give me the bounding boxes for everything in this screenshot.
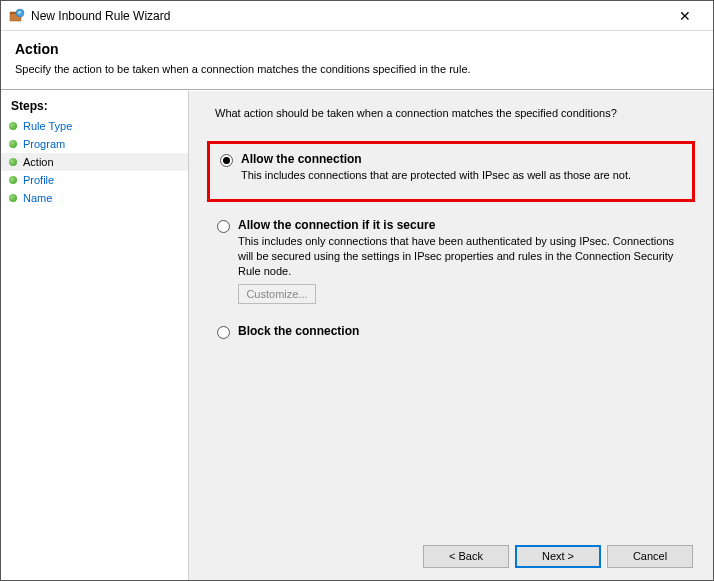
- app-icon: [9, 8, 25, 24]
- step-action[interactable]: Action: [1, 153, 188, 171]
- step-rule-type[interactable]: Rule Type: [1, 117, 188, 135]
- bullet-icon: [9, 176, 17, 184]
- steps-sidebar: Steps: Rule Type Program Action Profile …: [1, 91, 189, 580]
- wizard-header: Action Specify the action to be taken wh…: [1, 31, 713, 83]
- option-title: Allow the connection if it is secure: [238, 218, 685, 232]
- option-title: Block the connection: [238, 324, 685, 338]
- cancel-button[interactable]: Cancel: [607, 545, 693, 568]
- option-desc: This includes only connections that have…: [238, 234, 685, 279]
- step-program[interactable]: Program: [1, 135, 188, 153]
- question-text: What action should be taken when a conne…: [215, 107, 695, 119]
- radio-allow-secure[interactable]: [217, 220, 230, 233]
- back-button[interactable]: < Back: [423, 545, 509, 568]
- step-label: Profile: [23, 174, 54, 186]
- page-title: Action: [15, 41, 699, 57]
- wizard-buttons: < Back Next > Cancel: [207, 537, 695, 570]
- step-profile[interactable]: Profile: [1, 171, 188, 189]
- step-label: Action: [23, 156, 54, 168]
- steps-heading: Steps:: [1, 97, 188, 117]
- radio-block[interactable]: [217, 326, 230, 339]
- highlight-annotation: Allow the connection This includes conne…: [207, 141, 695, 202]
- bullet-icon: [9, 158, 17, 166]
- bullet-icon: [9, 194, 17, 202]
- page-description: Specify the action to be taken when a co…: [15, 63, 699, 75]
- step-name[interactable]: Name: [1, 189, 188, 207]
- radio-allow[interactable]: [220, 154, 233, 167]
- option-desc: This includes connections that are prote…: [241, 168, 682, 183]
- next-button[interactable]: Next >: [515, 545, 601, 568]
- option-allow-secure[interactable]: Allow the connection if it is secure Thi…: [213, 218, 685, 279]
- titlebar: New Inbound Rule Wizard ✕: [1, 1, 713, 31]
- bullet-icon: [9, 140, 17, 148]
- bullet-icon: [9, 122, 17, 130]
- option-block[interactable]: Block the connection: [213, 324, 685, 340]
- step-label: Program: [23, 138, 65, 150]
- step-label: Name: [23, 192, 52, 204]
- step-label: Rule Type: [23, 120, 72, 132]
- close-button[interactable]: ✕: [665, 8, 705, 24]
- option-title: Allow the connection: [241, 152, 682, 166]
- customize-button: Customize...: [238, 284, 316, 304]
- window-title: New Inbound Rule Wizard: [31, 9, 170, 23]
- option-allow[interactable]: Allow the connection This includes conne…: [216, 152, 682, 183]
- main-panel: What action should be taken when a conne…: [189, 91, 713, 580]
